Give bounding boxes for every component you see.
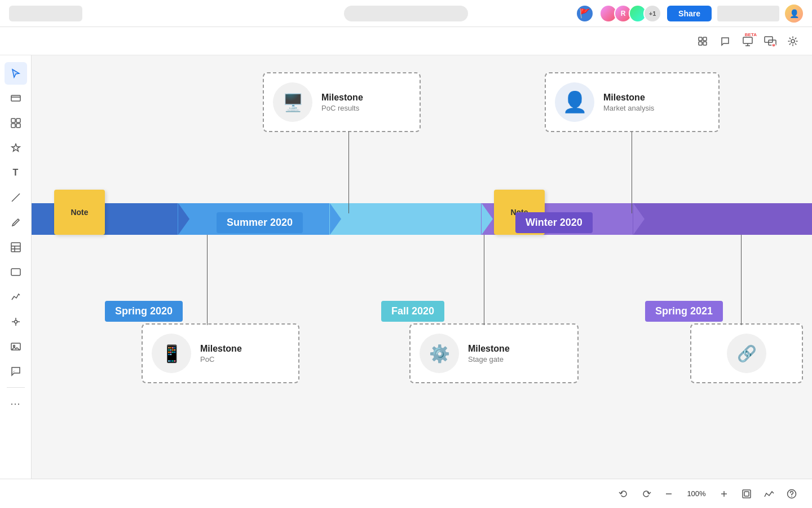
sidebar-item-text[interactable]: T: [5, 161, 27, 184]
secondary-toolbar: BETA: [0, 27, 812, 55]
topbar-center: [344, 6, 468, 21]
screens-icon-btn[interactable]: [760, 31, 780, 51]
svg-line-19: [12, 194, 20, 202]
user-avatar: 👤: [785, 5, 803, 23]
sidebar-item-more[interactable]: ···: [5, 392, 27, 415]
milestone-icon-fall2020: ⚙️: [420, 334, 459, 373]
sidebar-item-cursor[interactable]: [5, 62, 27, 85]
sidebar-item-frames[interactable]: [5, 87, 27, 110]
svg-rect-15: [11, 119, 15, 122]
svg-rect-20: [11, 243, 20, 252]
sidebar-divider: [7, 387, 25, 388]
search-bar[interactable]: [344, 6, 468, 21]
settings-icon-btn[interactable]: [783, 31, 803, 51]
avatar-group: R +1: [599, 5, 661, 23]
svg-point-25: [14, 321, 17, 323]
svg-rect-18: [16, 124, 20, 128]
sidebar-item-line[interactable]: [5, 186, 27, 209]
svg-point-39: [791, 496, 792, 497]
sidebar-item-table[interactable]: [5, 236, 27, 259]
svg-rect-13: [11, 95, 20, 101]
connector-fall2020: [484, 235, 484, 325]
milestone-card-spring2020[interactable]: 📱 Milestone PoC: [142, 323, 299, 383]
topbar: 🚩 R +1 Share 👤: [0, 0, 812, 27]
timeline-segment-3: [329, 203, 482, 235]
svg-rect-0: [699, 37, 702, 41]
bottom-toolbar: 100%: [0, 479, 812, 508]
svg-rect-1: [703, 37, 707, 41]
sidebar-item-mindmap[interactable]: [5, 310, 27, 333]
svg-point-11: [774, 45, 774, 46]
milestone-icon-spring2020: 📱: [152, 334, 191, 373]
avatar-plus: +1: [643, 5, 661, 23]
zoom-value[interactable]: 100%: [682, 489, 710, 498]
sidebar-item-card[interactable]: [5, 261, 27, 283]
comment-icon-btn[interactable]: [715, 31, 735, 51]
svg-rect-2: [699, 42, 702, 45]
milestone-info-fall2020: Milestone Stage gate: [468, 344, 510, 364]
svg-rect-37: [744, 492, 749, 496]
help-button[interactable]: [783, 485, 801, 503]
milestone-card-spring2021[interactable]: 🔗: [690, 323, 803, 383]
undo-button[interactable]: [615, 485, 633, 503]
sidebar-item-pen[interactable]: [5, 211, 27, 234]
topbar-left: [9, 6, 82, 21]
topbar-right: 🚩 R +1 Share 👤: [576, 5, 803, 23]
season-label-spring2021: Spring 2021: [645, 301, 723, 322]
milestone-icon-summer2020: 🖥️: [273, 82, 312, 122]
connector-summer2020: [348, 132, 349, 213]
canvas[interactable]: Note Note Summer 2020 Winter 2020 Spring…: [32, 55, 812, 479]
present-icon-btn[interactable]: BETA: [738, 31, 758, 51]
connector-winter2020: [632, 132, 632, 213]
connector-spring2021: [741, 235, 742, 325]
fit-view-button[interactable]: [738, 485, 756, 503]
zoom-in-button[interactable]: [715, 485, 733, 503]
zoom-out-button[interactable]: [660, 485, 678, 503]
season-label-summer2020: Summer 2020: [217, 212, 303, 233]
sidebar-item-image[interactable]: [5, 335, 27, 358]
svg-rect-4: [743, 37, 752, 43]
sidebar-item-shapes[interactable]: [5, 112, 27, 134]
user-search[interactable]: [717, 6, 779, 21]
redo-button[interactable]: [637, 485, 655, 503]
timeline-segment-5: [633, 203, 812, 235]
share-button[interactable]: Share: [667, 6, 712, 21]
svg-rect-3: [703, 42, 707, 45]
avatar-flag: 🚩: [576, 5, 594, 23]
season-label-fall2020: Fall 2020: [381, 301, 444, 322]
path-button[interactable]: [760, 485, 778, 503]
milestone-icon-winter2020: 👤: [555, 82, 594, 122]
milestone-card-fall2020[interactable]: ⚙️ Milestone Stage gate: [409, 323, 579, 383]
sidebar-item-comment-embed[interactable]: [5, 360, 27, 383]
connector-spring2020: [207, 235, 208, 325]
svg-rect-17: [11, 124, 15, 128]
sidebar-item-favorites[interactable]: [5, 137, 27, 159]
frames-icon-btn[interactable]: [692, 31, 713, 51]
sidebar: T ···: [0, 55, 32, 508]
season-label-spring2020: Spring 2020: [105, 301, 183, 322]
breadcrumb[interactable]: [9, 6, 82, 21]
sidebar-item-chart[interactable]: [5, 286, 27, 308]
milestone-card-summer2020[interactable]: 🖥️ Milestone PoC results: [263, 72, 421, 132]
timeline-bar: [32, 203, 812, 235]
milestone-icon-spring2021: 🔗: [727, 334, 766, 373]
note-card-1[interactable]: Note: [54, 190, 105, 235]
timeline-segment-1: [32, 203, 178, 235]
svg-point-12: [791, 40, 795, 43]
season-label-winter2020: Winter 2020: [515, 212, 593, 233]
svg-rect-16: [16, 119, 20, 122]
milestone-info-spring2020: Milestone PoC: [200, 344, 242, 364]
milestone-info-winter2020: Milestone Market analysis: [603, 93, 654, 112]
svg-rect-36: [743, 490, 751, 498]
milestone-info-summer2020: Milestone PoC results: [321, 93, 363, 112]
svg-rect-24: [11, 269, 20, 275]
beta-badge: BETA: [745, 32, 757, 37]
milestone-card-winter2020[interactable]: 👤 Milestone Market analysis: [545, 72, 720, 132]
